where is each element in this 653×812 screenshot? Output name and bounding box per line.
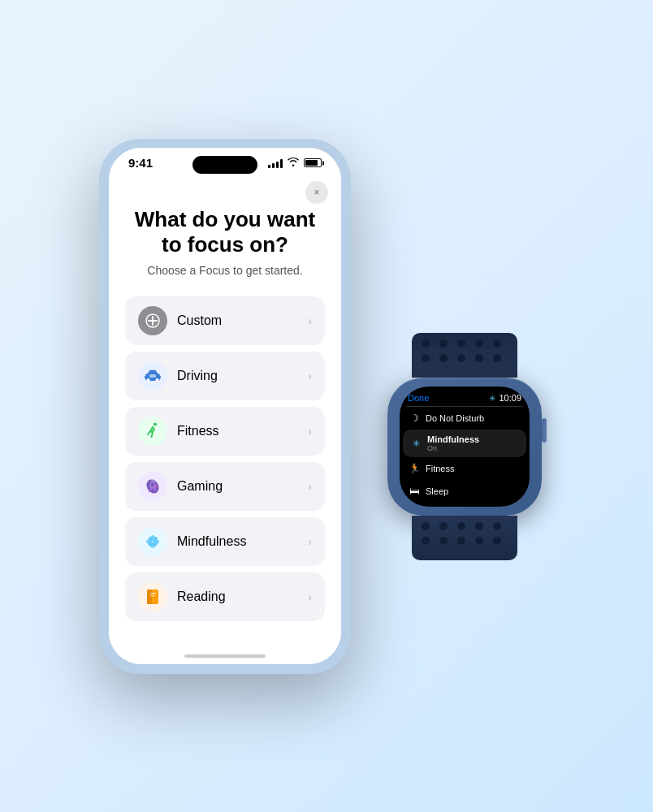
svg-point-4 — [147, 378, 150, 382]
svg-point-24 — [152, 541, 154, 543]
focus-item-reading[interactable]: Reading › — [125, 572, 325, 621]
wifi-icon — [288, 158, 299, 169]
focus-item-fitness[interactable]: Fitness › — [125, 407, 325, 456]
custom-chevron: › — [308, 314, 312, 327]
watch-item-dnd[interactable]: ☽ Do Not Disturb — [400, 407, 530, 430]
sleep-label: Sleep — [426, 486, 448, 496]
watch-body: Done ✳ 10:09 ☽ Do Not Disturb ✳︎ — [387, 378, 542, 516]
watch-time: 10:09 — [499, 393, 521, 403]
focus-item-custom[interactable]: Custom › — [125, 296, 325, 345]
reading-label: Reading — [177, 590, 308, 604]
iphone-content: × What do you want to focus on? Choose a… — [109, 175, 341, 664]
svg-rect-8 — [159, 376, 161, 378]
fitness-icon — [138, 417, 167, 446]
fitness-chevron: › — [308, 425, 312, 438]
custom-icon — [138, 306, 167, 335]
fitness-watch-label: Fitness — [426, 464, 454, 473]
mindfulness-watch-label: Mindfulness — [427, 434, 479, 444]
svg-rect-7 — [145, 376, 146, 378]
signal-icon — [268, 158, 283, 168]
gaming-icon — [138, 472, 167, 501]
status-icons — [268, 158, 322, 169]
sleep-icon: 🛏 — [408, 486, 421, 497]
focus-list: Custom › — [125, 296, 325, 621]
reading-chevron: › — [308, 590, 312, 603]
watch-crown — [542, 418, 547, 443]
mindfulness-text: Mindfulness On — [427, 434, 479, 452]
close-button[interactable]: × — [305, 181, 328, 204]
svg-rect-26 — [147, 590, 152, 604]
mindfulness-watch-sublabel: On — [427, 444, 479, 452]
scene: 9:41 — [99, 138, 554, 674]
dynamic-island — [192, 156, 257, 174]
iphone-screen: 9:41 — [109, 148, 341, 664]
driving-chevron: › — [308, 369, 312, 382]
gaming-label: Gaming — [177, 479, 308, 494]
watch-band-top — [412, 333, 517, 378]
svg-point-5 — [156, 378, 159, 382]
status-time: 9:41 — [128, 156, 153, 170]
focus-title: What do you want to focus on? — [125, 207, 325, 257]
mindfulness-chevron: › — [308, 535, 312, 548]
watch-header-right: ✳ 10:09 — [489, 393, 521, 403]
driving-icon — [138, 361, 167, 391]
svg-rect-28 — [150, 595, 154, 597]
apple-watch: Done ✳ 10:09 ☽ Do Not Disturb ✳︎ — [375, 333, 554, 544]
watch-focus-icon: ✳ — [489, 394, 495, 403]
fitness-label: Fitness — [177, 424, 308, 438]
driving-label: Driving — [177, 369, 308, 383]
mindfulness-label: Mindfulness — [177, 534, 308, 549]
watch-band-bottom — [412, 516, 517, 560]
dnd-label: Do Not Disturb — [426, 413, 484, 423]
focus-item-gaming[interactable]: Gaming › — [125, 462, 325, 511]
svg-point-13 — [154, 486, 156, 487]
home-indicator — [184, 654, 266, 658]
focus-item-driving[interactable]: Driving › — [125, 352, 325, 400]
watch-item-fitness[interactable]: 🏃 Fitness — [400, 457, 530, 480]
dnd-icon: ☽ — [408, 412, 421, 424]
svg-point-9 — [154, 423, 157, 426]
watch-status-bar: Done ✳ 10:09 — [400, 387, 530, 406]
svg-rect-27 — [150, 593, 156, 594]
reading-icon — [138, 582, 167, 611]
mindfulness-watch-icon: ✳︎ — [409, 438, 422, 449]
battery-icon — [304, 158, 322, 167]
watch-item-mindfulness[interactable]: ✳︎ Mindfulness On — [403, 430, 526, 457]
watch-done-button[interactable]: Done — [408, 393, 429, 403]
gaming-chevron: › — [308, 480, 312, 493]
focus-subtitle: Choose a Focus to get started. — [125, 264, 325, 277]
watch-item-sleep[interactable]: 🛏 Sleep — [400, 480, 530, 503]
mindfulness-icon — [138, 527, 167, 556]
watch-screen: Done ✳ 10:09 ☽ Do Not Disturb ✳︎ — [400, 387, 530, 507]
iphone-device: 9:41 — [99, 138, 351, 674]
custom-label: Custom — [177, 313, 308, 328]
fitness-watch-icon: 🏃 — [408, 463, 421, 474]
focus-item-mindfulness[interactable]: Mindfulness › — [125, 517, 325, 566]
svg-rect-6 — [149, 374, 156, 378]
svg-point-12 — [151, 483, 154, 487]
